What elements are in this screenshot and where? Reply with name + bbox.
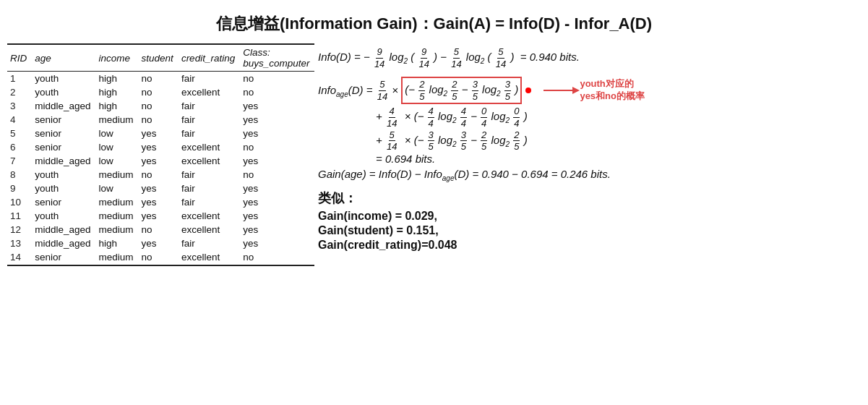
table-cell: 13 bbox=[7, 236, 32, 250]
gain-age-formula: Gain(age) = Info(D) − Infoage(D) = 0.940… bbox=[318, 168, 861, 182]
col-age: age bbox=[32, 44, 95, 72]
table-cell: no bbox=[139, 113, 179, 127]
table-cell: fair bbox=[179, 127, 240, 140]
table-cell: fair bbox=[179, 195, 240, 209]
table-cell: no bbox=[139, 250, 179, 264]
info-age-formula: Infoage(D) = 514 × (− 25 log2 25 − 35 lo… bbox=[318, 77, 861, 165]
table-cell: excellent bbox=[179, 85, 240, 99]
table-cell: 11 bbox=[7, 209, 32, 223]
info-d-formula: Info(D) = − 914 log2 ( 914 ) − 514 log2 … bbox=[318, 46, 861, 69]
table-cell: excellent bbox=[179, 154, 240, 168]
table-cell: no bbox=[139, 168, 179, 182]
table-cell: no bbox=[240, 72, 314, 86]
table-cell: high bbox=[96, 99, 139, 113]
table-cell: yes bbox=[240, 182, 314, 195]
col-class: Class: buys_computer bbox=[240, 44, 314, 72]
table-row: 2youthhighnoexcellentno bbox=[7, 85, 314, 99]
table-cell: 5 bbox=[7, 127, 32, 140]
table-cell: low bbox=[96, 154, 139, 168]
table-row: 4seniormediumnofairyes bbox=[7, 113, 314, 127]
table-row: 8youthmediumnofairno bbox=[7, 168, 314, 182]
table-cell: middle_aged bbox=[32, 154, 95, 168]
table-cell: middle_aged bbox=[32, 99, 95, 113]
youth-box: (− 25 log2 25 − 35 log2 35 ) bbox=[401, 77, 522, 104]
table-cell: medium bbox=[96, 223, 139, 236]
annotation-text: youth对应的yes和no的概率 bbox=[580, 78, 645, 103]
table-cell: high bbox=[96, 236, 139, 250]
table-cell: yes bbox=[240, 99, 314, 113]
table-cell: fair bbox=[179, 168, 240, 182]
table-row: 14seniormediumnoexcellentno bbox=[7, 250, 314, 264]
col-income: income bbox=[96, 44, 139, 72]
table-cell: yes bbox=[139, 182, 179, 195]
table-cell: 12 bbox=[7, 223, 32, 236]
table-cell: yes bbox=[240, 209, 314, 223]
table-cell: no bbox=[139, 99, 179, 113]
table-row: 1youthhighnofairno bbox=[7, 72, 314, 86]
table-cell: senior bbox=[32, 113, 95, 127]
table-cell: no bbox=[240, 168, 314, 182]
table-cell: yes bbox=[139, 140, 179, 154]
table-cell: yes bbox=[240, 154, 314, 168]
table-row: 9youthlowyesfairyes bbox=[7, 182, 314, 195]
table-cell: yes bbox=[139, 209, 179, 223]
table-cell: 10 bbox=[7, 195, 32, 209]
table-cell: 8 bbox=[7, 168, 32, 182]
table-cell: low bbox=[96, 140, 139, 154]
table-cell: excellent bbox=[179, 140, 240, 154]
table-cell: 7 bbox=[7, 154, 32, 168]
table-cell: middle_aged bbox=[32, 236, 95, 250]
table-cell: medium bbox=[96, 113, 139, 127]
table-cell: fair bbox=[179, 236, 240, 250]
table-cell: no bbox=[139, 223, 179, 236]
table-cell: senior bbox=[32, 195, 95, 209]
table-cell: medium bbox=[96, 168, 139, 182]
similar-title: 类似： bbox=[318, 189, 861, 207]
table-row: 5seniorlowyesfairyes bbox=[7, 127, 314, 140]
table-cell: senior bbox=[32, 250, 95, 264]
table-cell: yes bbox=[240, 113, 314, 127]
table-cell: middle_aged bbox=[32, 223, 95, 236]
table-cell: yes bbox=[240, 223, 314, 236]
col-rid: RID bbox=[7, 44, 32, 72]
table-cell: excellent bbox=[179, 209, 240, 223]
table-cell: medium bbox=[96, 250, 139, 264]
table-cell: 9 bbox=[7, 182, 32, 195]
table-cell: no bbox=[240, 140, 314, 154]
data-table-section: RID age income student credit_rating Cla… bbox=[7, 43, 304, 266]
table-cell: no bbox=[139, 72, 179, 86]
table-cell: youth bbox=[32, 182, 95, 195]
table-row: 13middle_agedhighyesfairyes bbox=[7, 236, 314, 250]
data-table: RID age income student credit_rating Cla… bbox=[7, 43, 314, 266]
table-cell: fair bbox=[179, 72, 240, 86]
similar-section: 类似： Gain(income) = 0.029, Gain(student) … bbox=[318, 189, 861, 252]
arrow-icon bbox=[543, 83, 580, 98]
table-cell: low bbox=[96, 182, 139, 195]
formula-section: Info(D) = − 914 log2 ( 914 ) − 514 log2 … bbox=[318, 43, 861, 266]
table-row: 3middle_agedhighnofairyes bbox=[7, 99, 314, 113]
table-cell: youth bbox=[32, 168, 95, 182]
table-cell: yes bbox=[139, 236, 179, 250]
red-dot bbox=[525, 88, 531, 93]
table-cell: fair bbox=[179, 182, 240, 195]
table-cell: 4 bbox=[7, 113, 32, 127]
table-cell: fair bbox=[179, 99, 240, 113]
gain-student: Gain(student) = 0.151, bbox=[318, 224, 861, 237]
table-cell: 3 bbox=[7, 99, 32, 113]
table-cell: youth bbox=[32, 85, 95, 99]
table-cell: yes bbox=[139, 154, 179, 168]
table-cell: senior bbox=[32, 140, 95, 154]
table-cell: excellent bbox=[179, 223, 240, 236]
table-cell: 2 bbox=[7, 85, 32, 99]
table-cell: no bbox=[240, 85, 314, 99]
table-cell: no bbox=[139, 85, 179, 99]
table-row: 6seniorlowyesexcellentno bbox=[7, 140, 314, 154]
table-cell: medium bbox=[96, 209, 139, 223]
table-cell: yes bbox=[139, 127, 179, 140]
table-row: 7middle_agedlowyesexcellentyes bbox=[7, 154, 314, 168]
table-cell: 6 bbox=[7, 140, 32, 154]
table-cell: fair bbox=[179, 113, 240, 127]
table-cell: yes bbox=[240, 236, 314, 250]
table-cell: 14 bbox=[7, 250, 32, 264]
table-cell: senior bbox=[32, 127, 95, 140]
